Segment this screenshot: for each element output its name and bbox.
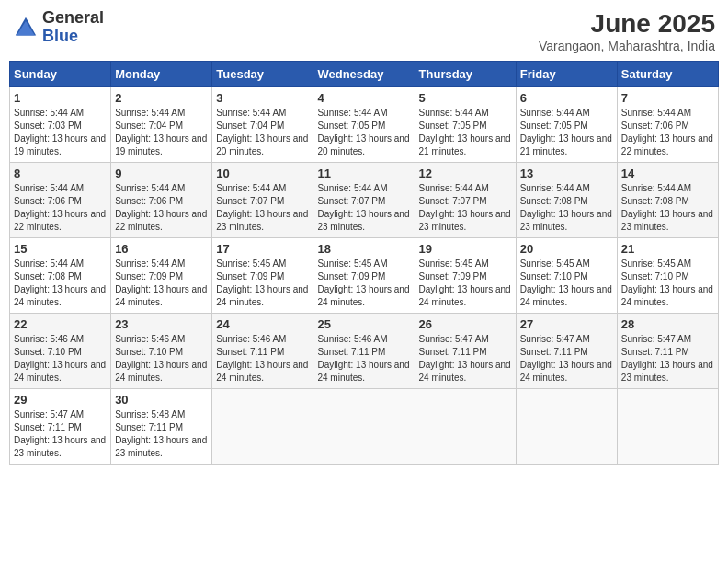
- day-number: 3: [216, 91, 309, 105]
- day-info: Sunrise: 5:47 AM Sunset: 7:11 PM Dayligh…: [14, 408, 107, 460]
- sunset-label: Sunset: 7:05 PM: [419, 121, 487, 131]
- sunrise-label: Sunrise: 5:47 AM: [14, 409, 84, 419]
- day-number: 11: [317, 167, 410, 180]
- daylight-label: Daylight: 13 hours and 24 minutes.: [317, 284, 409, 307]
- calendar-week-5: 29 Sunrise: 5:47 AM Sunset: 7:11 PM Dayl…: [10, 389, 719, 465]
- day-number: 14: [621, 167, 714, 180]
- calendar-week-4: 22 Sunrise: 5:46 AM Sunset: 7:10 PM Dayl…: [10, 314, 719, 389]
- day-info: Sunrise: 5:44 AM Sunset: 7:08 PM Dayligh…: [14, 258, 107, 309]
- logo-general-text: General: [42, 9, 104, 28]
- sunset-label: Sunset: 7:09 PM: [419, 271, 487, 282]
- day-number: 1: [14, 91, 107, 105]
- daylight-label: Daylight: 13 hours and 23 minutes.: [621, 360, 713, 383]
- logo-icon: [13, 15, 39, 40]
- day-number: 19: [419, 242, 512, 256]
- sunrise-label: Sunrise: 5:47 AM: [520, 334, 590, 344]
- day-number: 24: [216, 317, 309, 331]
- calendar-cell: 6 Sunrise: 5:44 AM Sunset: 7:05 PM Dayli…: [516, 87, 617, 163]
- sunset-label: Sunset: 7:07 PM: [216, 196, 284, 206]
- day-number: 20: [520, 242, 613, 256]
- daylight-label: Daylight: 13 hours and 24 minutes.: [216, 360, 308, 383]
- sunrise-label: Sunrise: 5:44 AM: [520, 183, 590, 193]
- sunset-label: Sunset: 7:10 PM: [115, 347, 183, 357]
- sunrise-label: Sunrise: 5:46 AM: [317, 334, 387, 344]
- sunrise-label: Sunrise: 5:44 AM: [115, 183, 185, 193]
- calendar-cell: [617, 389, 718, 465]
- calendar-cell: 29 Sunrise: 5:47 AM Sunset: 7:11 PM Dayl…: [10, 389, 111, 465]
- sunrise-label: Sunrise: 5:44 AM: [419, 183, 489, 193]
- sunset-label: Sunset: 7:08 PM: [14, 271, 82, 282]
- calendar-cell: 21 Sunrise: 5:45 AM Sunset: 7:10 PM Dayl…: [617, 238, 718, 314]
- sunset-label: Sunset: 7:10 PM: [621, 271, 689, 282]
- daylight-label: Daylight: 13 hours and 19 minutes.: [115, 133, 207, 156]
- calendar-cell: 16 Sunrise: 5:44 AM Sunset: 7:09 PM Dayl…: [111, 238, 212, 314]
- day-number: 4: [317, 91, 410, 105]
- sunset-label: Sunset: 7:05 PM: [317, 121, 385, 131]
- calendar-cell: 25 Sunrise: 5:46 AM Sunset: 7:11 PM Dayl…: [313, 314, 415, 389]
- day-info: Sunrise: 5:44 AM Sunset: 7:07 PM Dayligh…: [317, 182, 410, 234]
- daylight-label: Daylight: 13 hours and 24 minutes.: [419, 360, 511, 383]
- day-info: Sunrise: 5:44 AM Sunset: 7:05 PM Dayligh…: [419, 107, 512, 158]
- daylight-label: Daylight: 13 hours and 22 minutes.: [14, 209, 106, 232]
- location-subtitle: Varangaon, Maharashtra, India: [539, 39, 715, 53]
- sunrise-label: Sunrise: 5:46 AM: [216, 334, 286, 344]
- day-info: Sunrise: 5:47 AM Sunset: 7:11 PM Dayligh…: [621, 333, 714, 385]
- sunrise-label: Sunrise: 5:45 AM: [317, 259, 387, 269]
- sunrise-label: Sunrise: 5:45 AM: [520, 259, 590, 269]
- sunset-label: Sunset: 7:09 PM: [115, 271, 183, 282]
- day-number: 15: [14, 242, 107, 256]
- daylight-label: Daylight: 13 hours and 21 minutes.: [419, 133, 511, 156]
- sunrise-label: Sunrise: 5:44 AM: [621, 183, 691, 193]
- calendar-cell: 8 Sunrise: 5:44 AM Sunset: 7:06 PM Dayli…: [10, 163, 111, 238]
- sunrise-label: Sunrise: 5:44 AM: [216, 183, 286, 193]
- weekday-header-saturday: Saturday: [617, 62, 718, 87]
- calendar-cell: 28 Sunrise: 5:47 AM Sunset: 7:11 PM Dayl…: [617, 314, 718, 389]
- day-number: 21: [621, 242, 714, 256]
- day-info: Sunrise: 5:44 AM Sunset: 7:07 PM Dayligh…: [419, 182, 512, 234]
- calendar-cell: 1 Sunrise: 5:44 AM Sunset: 7:03 PM Dayli…: [10, 87, 111, 163]
- daylight-label: Daylight: 13 hours and 23 minutes.: [115, 435, 207, 458]
- sunset-label: Sunset: 7:11 PM: [520, 347, 588, 357]
- daylight-label: Daylight: 13 hours and 24 minutes.: [14, 284, 106, 307]
- calendar-cell: 18 Sunrise: 5:45 AM Sunset: 7:09 PM Dayl…: [313, 238, 415, 314]
- daylight-label: Daylight: 13 hours and 22 minutes.: [115, 209, 207, 232]
- calendar-cell: 10 Sunrise: 5:44 AM Sunset: 7:07 PM Dayl…: [212, 163, 313, 238]
- day-info: Sunrise: 5:46 AM Sunset: 7:10 PM Dayligh…: [115, 333, 208, 385]
- calendar-cell: 23 Sunrise: 5:46 AM Sunset: 7:10 PM Dayl…: [111, 314, 212, 389]
- day-info: Sunrise: 5:44 AM Sunset: 7:09 PM Dayligh…: [115, 258, 208, 309]
- day-info: Sunrise: 5:44 AM Sunset: 7:05 PM Dayligh…: [317, 107, 410, 158]
- daylight-label: Daylight: 13 hours and 24 minutes.: [520, 360, 612, 383]
- day-number: 25: [317, 317, 410, 331]
- calendar-cell: 4 Sunrise: 5:44 AM Sunset: 7:05 PM Dayli…: [313, 87, 415, 163]
- day-info: Sunrise: 5:44 AM Sunset: 7:05 PM Dayligh…: [520, 107, 613, 158]
- sunset-label: Sunset: 7:11 PM: [317, 347, 385, 357]
- sunrise-label: Sunrise: 5:44 AM: [317, 183, 387, 193]
- calendar-cell: 5 Sunrise: 5:44 AM Sunset: 7:05 PM Dayli…: [415, 87, 516, 163]
- calendar-cell: 15 Sunrise: 5:44 AM Sunset: 7:08 PM Dayl…: [10, 238, 111, 314]
- day-info: Sunrise: 5:46 AM Sunset: 7:11 PM Dayligh…: [216, 333, 309, 385]
- sunset-label: Sunset: 7:09 PM: [317, 271, 385, 282]
- calendar-week-1: 1 Sunrise: 5:44 AM Sunset: 7:03 PM Dayli…: [10, 87, 719, 163]
- sunrise-label: Sunrise: 5:46 AM: [14, 334, 84, 344]
- sunset-label: Sunset: 7:08 PM: [621, 196, 689, 206]
- sunrise-label: Sunrise: 5:44 AM: [621, 108, 691, 118]
- day-info: Sunrise: 5:44 AM Sunset: 7:07 PM Dayligh…: [216, 182, 309, 234]
- day-number: 16: [115, 242, 208, 256]
- day-info: Sunrise: 5:44 AM Sunset: 7:03 PM Dayligh…: [14, 107, 107, 158]
- sunset-label: Sunset: 7:10 PM: [14, 347, 82, 357]
- calendar-week-3: 15 Sunrise: 5:44 AM Sunset: 7:08 PM Dayl…: [10, 238, 719, 314]
- sunset-label: Sunset: 7:06 PM: [115, 196, 183, 206]
- sunrise-label: Sunrise: 5:44 AM: [115, 259, 185, 269]
- calendar-cell: 30 Sunrise: 5:48 AM Sunset: 7:11 PM Dayl…: [111, 389, 212, 465]
- sunset-label: Sunset: 7:10 PM: [520, 271, 588, 282]
- weekday-header-sunday: Sunday: [10, 62, 111, 87]
- calendar-cell: 7 Sunrise: 5:44 AM Sunset: 7:06 PM Dayli…: [617, 87, 718, 163]
- daylight-label: Daylight: 13 hours and 23 minutes.: [621, 209, 713, 232]
- sunrise-label: Sunrise: 5:47 AM: [621, 334, 691, 344]
- calendar-cell: 19 Sunrise: 5:45 AM Sunset: 7:09 PM Dayl…: [415, 238, 516, 314]
- daylight-label: Daylight: 13 hours and 23 minutes.: [419, 209, 511, 232]
- sunrise-label: Sunrise: 5:45 AM: [419, 259, 489, 269]
- day-number: 9: [115, 167, 208, 180]
- day-number: 7: [621, 91, 714, 105]
- day-info: Sunrise: 5:44 AM Sunset: 7:06 PM Dayligh…: [621, 107, 714, 158]
